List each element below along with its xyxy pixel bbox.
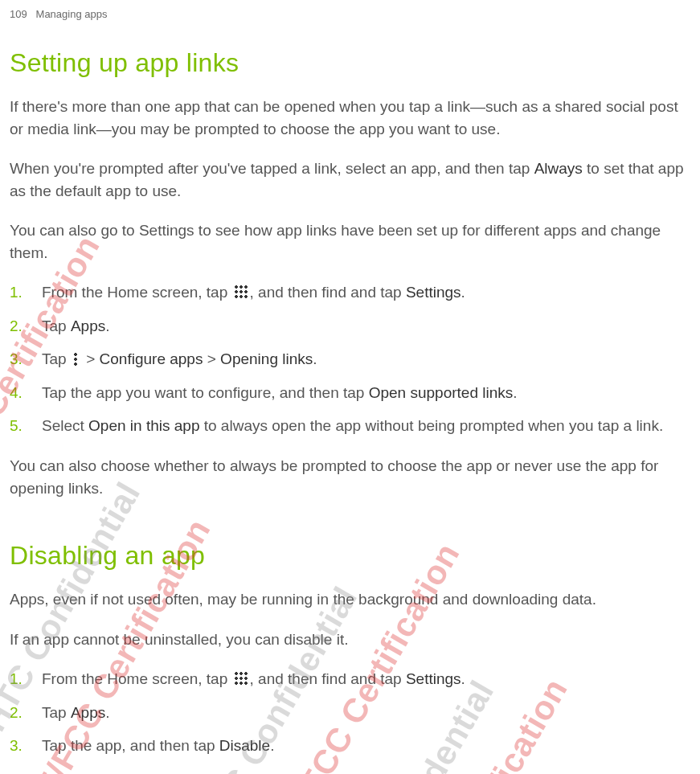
step-4: 4. Tap the app you want to configure, an…	[32, 382, 694, 416]
settings-label: Settings	[406, 670, 461, 687]
page-container: 109 Managing apps Setting up app links I…	[0, 0, 700, 768]
section2-para1: Apps, even if not used often, may be run…	[0, 588, 700, 629]
section1-title: Setting up app links	[0, 48, 700, 96]
settings-label: Settings	[406, 284, 461, 301]
configure-apps-label: Configure apps	[100, 350, 203, 367]
apps-label: Apps	[71, 704, 105, 721]
step-text-after: to always open the app without being pro…	[199, 417, 663, 434]
step-text: From the Home screen, tap	[42, 284, 232, 301]
step-text: Tap the app you want to configure, and t…	[42, 384, 369, 401]
step-sep2: >	[203, 350, 220, 367]
step-number: 4.	[10, 382, 23, 404]
step-tail: .	[461, 670, 465, 687]
step-number: 5.	[10, 415, 23, 437]
more-vertical-icon	[72, 352, 79, 367]
section1-para3: You can also go to Settings to see how a…	[0, 219, 700, 281]
step-text: From the Home screen, tap	[42, 670, 232, 687]
step-number: 3.	[10, 348, 23, 371]
step-text: Tap	[42, 317, 71, 334]
section1-steps: 1. From the Home screen, tap , and then …	[0, 281, 700, 448]
step-sep: >	[82, 350, 100, 367]
apps-grid-icon	[234, 285, 248, 299]
step-number: 2.	[10, 702, 23, 724]
step-5: 5. Select Open in this app to always ope…	[32, 415, 694, 448]
open-in-this-app-label: Open in this app	[88, 417, 199, 434]
step-tail: .	[461, 284, 465, 301]
step-tail: .	[313, 350, 317, 367]
step-tail: .	[270, 737, 274, 754]
step-3: 3. Tap the app, and then tap Disable.	[32, 735, 694, 768]
apps-label: Apps	[71, 317, 105, 334]
page-number: 109	[10, 8, 27, 20]
step-number: 1.	[10, 668, 23, 690]
step-number: 1.	[10, 281, 23, 304]
step-2: 2. Tap Apps.	[32, 702, 694, 735]
step-1: 1. From the Home screen, tap , and then …	[32, 281, 694, 315]
step-number: 2.	[10, 315, 23, 338]
open-supported-links-label: Open supported links	[369, 384, 514, 401]
section1-para2: When you're prompted after you've tapped…	[0, 158, 700, 219]
section1-para2-a: When you're prompted after you've tapped…	[10, 160, 534, 177]
page-header: 109 Managing apps	[0, 8, 700, 48]
section1-para4: You can also choose whether to always be…	[0, 448, 700, 517]
step-text: Tap	[42, 350, 71, 367]
step-text: Select	[42, 417, 88, 434]
section1-para1: If there's more than one app that can be…	[0, 96, 700, 158]
step-text: , and then find and tap	[250, 284, 406, 301]
step-text: Tap the app, and then tap	[42, 737, 219, 754]
disable-label: Disable	[219, 737, 270, 754]
section2-para2: If an app cannot be uninstalled, you can…	[0, 629, 700, 669]
always-label: Always	[534, 160, 583, 177]
step-number: 3.	[10, 735, 23, 757]
step-tail: .	[513, 384, 517, 401]
section2-steps: 1. From the Home screen, tap , and then …	[0, 668, 700, 768]
section2-title: Disabling an app	[0, 517, 700, 588]
step-2: 2. Tap Apps.	[32, 315, 694, 349]
step-text: , and then find and tap	[250, 670, 406, 687]
step-tail: .	[105, 317, 109, 334]
step-1: 1. From the Home screen, tap , and then …	[32, 668, 694, 702]
opening-links-label: Opening links	[220, 350, 313, 367]
step-text: Tap	[42, 704, 71, 721]
step-3: 3. Tap > Configure apps > Opening links.	[32, 348, 694, 382]
step-tail: .	[105, 704, 109, 721]
chapter-title: Managing apps	[36, 8, 108, 20]
apps-grid-icon	[234, 671, 248, 686]
